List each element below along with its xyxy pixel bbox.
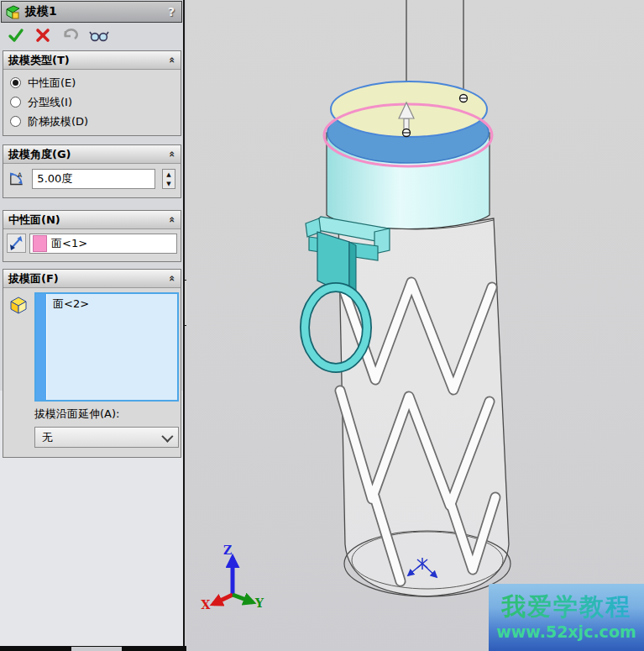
section-draft-angle-title: 拔模角度(G) bbox=[8, 145, 71, 163]
collapse-chevron-icon[interactable]: « bbox=[164, 217, 181, 223]
bottom-strip-segment bbox=[71, 647, 122, 651]
triad-x-label: X bbox=[202, 598, 211, 612]
face-propagation-dropdown[interactable]: 无 bbox=[34, 427, 179, 448]
radio-label: 中性面(E) bbox=[28, 76, 76, 91]
faces-cube-icon bbox=[8, 295, 29, 315]
radio-label: 分型线(I) bbox=[28, 95, 72, 110]
panel-toolbar bbox=[1, 24, 182, 46]
property-manager-panel: 拔模1 ? 拔模类型(T) « 中性 bbox=[0, 0, 185, 651]
radio-icon[interactable] bbox=[10, 97, 21, 108]
panel-titlebar: 拔模1 ? bbox=[1, 1, 182, 23]
cancel-button[interactable] bbox=[35, 28, 50, 43]
preview-glasses-icon[interactable] bbox=[89, 28, 109, 43]
neutral-face-selection-box[interactable]: 面<1> bbox=[29, 234, 177, 254]
panel-title: 拔模1 bbox=[25, 4, 57, 19]
radio-neutral-plane[interactable]: 中性面(E) bbox=[3, 73, 181, 92]
graphics-viewport[interactable]: Z X Y bbox=[186, 0, 644, 651]
help-icon[interactable]: ? bbox=[168, 5, 178, 18]
reverse-direction-icon[interactable] bbox=[7, 234, 26, 253]
section-draft-faces-header[interactable]: 拔模面(F) « bbox=[3, 270, 181, 288]
coordinate-triad: Z X Y bbox=[202, 543, 264, 612]
chevron-down-icon bbox=[161, 430, 173, 442]
watermark-url: www.52xjc.com bbox=[496, 622, 636, 641]
section-neutral-face: 中性面(N) « 面<1> bbox=[3, 210, 181, 262]
face-propagation-label: 拔模沿面延伸(A): bbox=[34, 407, 119, 422]
radio-label: 阶梯拔模(D) bbox=[28, 114, 88, 129]
model-canvas[interactable]: Z X Y bbox=[186, 0, 644, 651]
section-neutral-face-title: 中性面(N) bbox=[8, 211, 60, 228]
neck-cylinder[interactable] bbox=[324, 81, 492, 229]
radio-step-draft[interactable]: 阶梯拔模(D) bbox=[3, 112, 181, 131]
triad-y-label: Y bbox=[254, 596, 264, 610]
ok-button[interactable] bbox=[8, 28, 24, 43]
bottom-strip bbox=[0, 646, 186, 651]
section-draft-type-title: 拔模类型(T) bbox=[8, 51, 70, 69]
radio-icon-selected[interactable] bbox=[10, 77, 21, 88]
section-draft-angle: 拔模角度(G) « A 5.00度 ▲ ▼ bbox=[3, 144, 181, 198]
section-draft-type-header[interactable]: 拔模类型(T) « bbox=[3, 51, 181, 70]
watermark: 我爱学教程 www.52xjc.com bbox=[489, 584, 644, 651]
neutral-face-value: 面<1> bbox=[51, 236, 87, 251]
face-list-item[interactable]: 面<2> bbox=[53, 297, 177, 312]
draft-faces-listbox[interactable]: 面<2> bbox=[34, 292, 179, 402]
section-draft-faces-title: 拔模面(F) bbox=[8, 270, 59, 287]
draft-angle-spinner[interactable]: ▲ ▼ bbox=[162, 169, 175, 189]
face-propagation-value: 无 bbox=[42, 430, 53, 445]
section-draft-faces: 拔模面(F) « 面<2> 拔模沿面延伸(A): 无 bbox=[3, 269, 181, 458]
radio-icon[interactable] bbox=[10, 116, 21, 127]
undo-button[interactable] bbox=[61, 28, 78, 43]
triad-z-label: Z bbox=[223, 543, 232, 557]
svg-text:A: A bbox=[18, 171, 22, 179]
spinner-down-icon[interactable]: ▼ bbox=[163, 179, 175, 188]
collapse-chevron-icon[interactable]: « bbox=[164, 276, 181, 282]
section-neutral-face-header[interactable]: 中性面(N) « bbox=[3, 211, 181, 229]
radio-parting-line[interactable]: 分型线(I) bbox=[3, 92, 181, 112]
pink-face-swatch bbox=[33, 235, 47, 252]
draft-feature-icon bbox=[5, 5, 21, 19]
section-draft-angle-header[interactable]: 拔模角度(G) « bbox=[3, 145, 181, 164]
section-draft-type: 拔模类型(T) « 中性面(E) 分型线(I) 阶梯拔模(D) bbox=[3, 50, 181, 136]
watermark-title: 我爱学教程 bbox=[501, 594, 631, 621]
draft-angle-icon: A bbox=[8, 170, 25, 188]
listbox-scroll-stripe[interactable] bbox=[36, 294, 47, 400]
collapse-chevron-icon[interactable]: « bbox=[164, 57, 181, 64]
spinner-up-icon[interactable]: ▲ bbox=[163, 170, 175, 179]
collapse-chevron-icon[interactable]: « bbox=[164, 151, 181, 158]
draft-angle-input[interactable]: 5.00度 bbox=[32, 169, 155, 189]
